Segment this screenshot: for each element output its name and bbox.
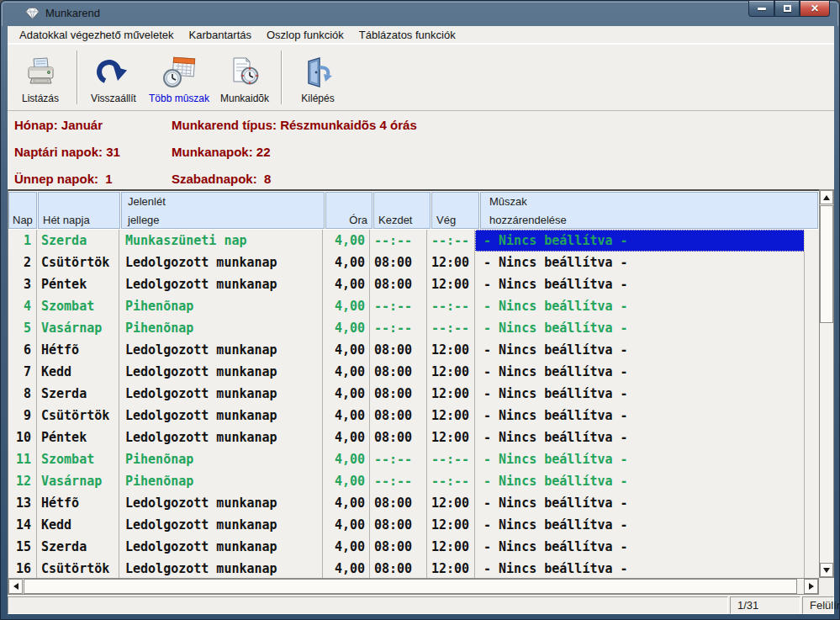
cell-shift-assignment[interactable]: - Nincs beállítva - bbox=[475, 492, 805, 514]
cell-weekday[interactable]: Szombat bbox=[37, 295, 119, 317]
cell-day-number[interactable]: 7 bbox=[8, 361, 37, 383]
cell-end-time[interactable]: --:-- bbox=[427, 317, 475, 339]
vertical-scrollbar[interactable] bbox=[819, 189, 834, 578]
cell-start-time[interactable]: --:-- bbox=[370, 448, 427, 470]
table-row[interactable]: 12 Vasárnap Pihenõnap 4,00 --:-- --:-- -… bbox=[8, 470, 819, 492]
cell-start-time[interactable]: 08:00 bbox=[370, 536, 427, 558]
cell-start-time[interactable]: 08:00 bbox=[370, 273, 427, 295]
cell-hours[interactable]: 4,00 bbox=[323, 339, 370, 361]
cell-start-time[interactable]: 08:00 bbox=[370, 514, 427, 536]
cell-day-number[interactable]: 16 bbox=[8, 558, 37, 578]
minimize-button[interactable] bbox=[748, 1, 774, 17]
table-row[interactable]: 4 Szombat Pihenõnap 4,00 --:-- --:-- - N… bbox=[8, 295, 819, 317]
cell-hours[interactable]: 4,00 bbox=[323, 427, 370, 448]
cell-day-number[interactable]: 10 bbox=[8, 427, 37, 448]
cell-end-time[interactable]: 12:00 bbox=[427, 383, 475, 405]
cell-start-time[interactable]: --:-- bbox=[370, 317, 427, 339]
cell-end-time[interactable]: 12:00 bbox=[427, 361, 475, 383]
cell-attendance-type[interactable]: Pihenõnap bbox=[119, 317, 323, 339]
cell-shift-assignment[interactable]: - Nincs beállítva - bbox=[475, 361, 805, 383]
cell-shift-assignment[interactable]: - Nincs beállítva - bbox=[475, 470, 805, 492]
cell-weekday[interactable]: Kedd bbox=[37, 361, 119, 383]
cell-weekday[interactable]: Péntek bbox=[37, 427, 119, 448]
cell-end-time[interactable]: 12:00 bbox=[427, 427, 475, 448]
cell-weekday[interactable]: Szerda bbox=[37, 230, 119, 252]
cell-attendance-type[interactable]: Pihenõnap bbox=[119, 470, 323, 492]
cell-hours[interactable]: 4,00 bbox=[323, 536, 370, 558]
scroll-left-button[interactable] bbox=[8, 579, 23, 594]
scroll-down-button[interactable] bbox=[820, 563, 833, 577]
cell-shift-assignment[interactable]: - Nincs beállítva - bbox=[475, 317, 805, 339]
cell-day-number[interactable]: 8 bbox=[8, 383, 37, 405]
cell-weekday[interactable]: Kedd bbox=[37, 514, 119, 536]
cell-day-number[interactable]: 6 bbox=[8, 339, 37, 361]
cell-hours[interactable]: 4,00 bbox=[323, 361, 370, 383]
cell-day-number[interactable]: 14 bbox=[8, 514, 37, 536]
cell-weekday[interactable]: Vasárnap bbox=[37, 470, 119, 492]
menu-item-maintenance[interactable]: Karbantartás bbox=[182, 26, 259, 43]
cell-weekday[interactable]: Csütörtök bbox=[37, 558, 119, 578]
cell-shift-assignment[interactable]: - Nincs beállítva - bbox=[475, 273, 805, 295]
cell-start-time[interactable]: 08:00 bbox=[370, 558, 427, 578]
cell-attendance-type[interactable]: Ledolgozott munkanap bbox=[119, 383, 323, 405]
cell-attendance-type[interactable]: Pihenõnap bbox=[119, 295, 323, 317]
table-row[interactable]: 14 Kedd Ledolgozott munkanap 4,00 08:00 … bbox=[8, 514, 819, 536]
cell-end-time[interactable]: 12:00 bbox=[427, 252, 475, 273]
table-row[interactable]: 15 Szerda Ledolgozott munkanap 4,00 08:0… bbox=[8, 536, 819, 558]
cell-end-time[interactable]: 12:00 bbox=[427, 405, 475, 427]
cell-attendance-type[interactable]: Pihenõnap bbox=[119, 448, 323, 470]
cell-day-number[interactable]: 5 bbox=[8, 317, 37, 339]
cell-start-time[interactable]: --:-- bbox=[370, 230, 427, 252]
cell-end-time[interactable]: 12:00 bbox=[427, 339, 475, 361]
cell-start-time[interactable]: 08:00 bbox=[370, 492, 427, 514]
cell-shift-assignment[interactable]: - Nincs beállítva - bbox=[475, 383, 805, 405]
cell-shift-assignment[interactable]: - Nincs beállítva - bbox=[475, 405, 805, 427]
cell-weekday[interactable]: Hétfõ bbox=[37, 492, 119, 514]
cell-shift-assignment[interactable]: - Nincs beállítva - bbox=[475, 230, 805, 252]
table-row[interactable]: 1 Szerda Munkaszüneti nap 4,00 --:-- --:… bbox=[8, 230, 819, 252]
cell-shift-assignment[interactable]: - Nincs beállítva - bbox=[475, 448, 805, 470]
cell-day-number[interactable]: 3 bbox=[8, 273, 37, 295]
cell-shift-assignment[interactable]: - Nincs beállítva - bbox=[475, 558, 805, 578]
cell-day-number[interactable]: 12 bbox=[8, 470, 37, 492]
cell-hours[interactable]: 4,00 bbox=[323, 317, 370, 339]
cell-attendance-type[interactable]: Ledolgozott munkanap bbox=[119, 427, 323, 448]
table-row[interactable]: 7 Kedd Ledolgozott munkanap 4,00 08:00 1… bbox=[8, 361, 819, 383]
cell-attendance-type[interactable]: Ledolgozott munkanap bbox=[119, 536, 323, 558]
cell-attendance-type[interactable]: Ledolgozott munkanap bbox=[119, 361, 323, 383]
work-times-button[interactable]: Munkaidõk bbox=[212, 47, 277, 108]
title-bar[interactable]: Munkarend ✕ bbox=[1, 1, 839, 26]
cell-weekday[interactable]: Hétfõ bbox=[37, 339, 119, 361]
cell-hours[interactable]: 4,00 bbox=[323, 383, 370, 405]
table-row[interactable]: 2 Csütörtök Ledolgozott munkanap 4,00 08… bbox=[8, 252, 819, 273]
cell-hours[interactable]: 4,00 bbox=[323, 514, 370, 536]
cell-day-number[interactable]: 13 bbox=[8, 492, 37, 514]
menu-item-data-operations[interactable]: Adatokkal végezhető műveletek bbox=[12, 26, 182, 43]
cell-weekday[interactable]: Péntek bbox=[37, 273, 119, 295]
menu-item-table-functions[interactable]: Táblázatos funkciók bbox=[351, 26, 463, 43]
cell-start-time[interactable]: --:-- bbox=[370, 470, 427, 492]
cell-weekday[interactable]: Szombat bbox=[37, 448, 119, 470]
cell-start-time[interactable]: 08:00 bbox=[370, 252, 427, 273]
cell-hours[interactable]: 4,00 bbox=[323, 295, 370, 317]
cell-hours[interactable]: 4,00 bbox=[323, 448, 370, 470]
cell-shift-assignment[interactable]: - Nincs beállítva - bbox=[475, 252, 805, 273]
list-print-button[interactable]: Listázás bbox=[8, 47, 73, 108]
cell-end-time[interactable]: 12:00 bbox=[427, 536, 475, 558]
cell-start-time[interactable]: 08:00 bbox=[370, 361, 427, 383]
horizontal-scroll-thumb[interactable] bbox=[24, 579, 797, 594]
cell-attendance-type[interactable]: Ledolgozott munkanap bbox=[119, 273, 323, 295]
cell-weekday[interactable]: Szerda bbox=[37, 536, 119, 558]
cell-weekday[interactable]: Csütörtök bbox=[37, 405, 119, 427]
cell-shift-assignment[interactable]: - Nincs beállítva - bbox=[475, 295, 805, 317]
cell-hours[interactable]: 4,00 bbox=[323, 273, 370, 295]
cell-end-time[interactable]: 12:00 bbox=[427, 558, 475, 578]
cell-start-time[interactable]: 08:00 bbox=[370, 427, 427, 448]
table-row[interactable]: 10 Péntek Ledolgozott munkanap 4,00 08:0… bbox=[8, 427, 819, 448]
more-shifts-button[interactable]: Több mûszak bbox=[146, 47, 212, 108]
cell-weekday[interactable]: Vasárnap bbox=[37, 317, 119, 339]
menu-item-column-functions[interactable]: Oszlop funkciók bbox=[259, 26, 351, 43]
table-row[interactable]: 16 Csütörtök Ledolgozott munkanap 4,00 0… bbox=[8, 558, 819, 578]
cell-hours[interactable]: 4,00 bbox=[323, 252, 370, 273]
cell-attendance-type[interactable]: Ledolgozott munkanap bbox=[119, 492, 323, 514]
